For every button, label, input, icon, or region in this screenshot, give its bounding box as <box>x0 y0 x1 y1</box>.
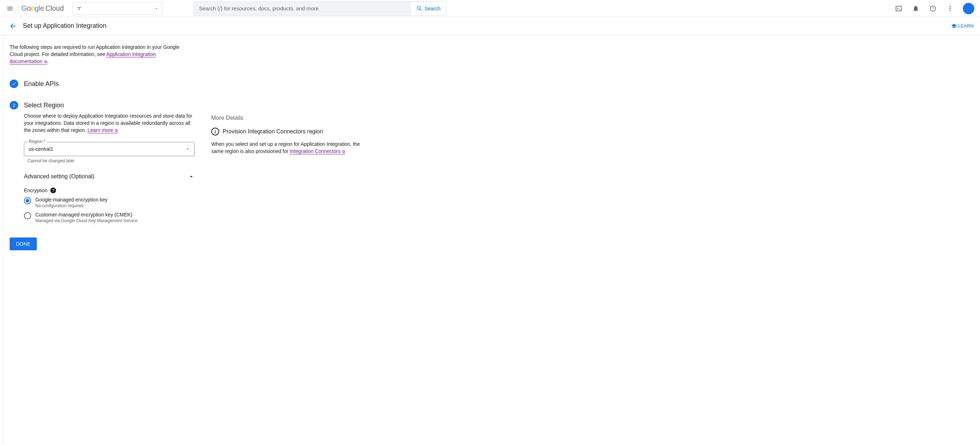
svg-point-5 <box>949 6 950 7</box>
region-helper: Cannot be changed later. <box>27 158 197 163</box>
details-row-title: Provision Integration Connectors region <box>223 128 323 135</box>
radio-cmek-sub: Managed via Google Cloud Key Management … <box>35 218 137 223</box>
region-select[interactable]: us-central1 <box>24 142 194 156</box>
info-icon: i <box>211 128 219 136</box>
svg-point-0 <box>78 7 78 8</box>
google-cloud-logo[interactable]: Google Cloud <box>20 4 65 13</box>
step-2-description: Choose where to deploy Application Integ… <box>24 112 195 134</box>
encryption-option-google[interactable]: Google-managed encryption key No configu… <box>24 197 197 208</box>
logo-cloud: Cloud <box>45 4 64 13</box>
encryption-section-label: Encryption ? <box>24 188 197 193</box>
details-row: i Provision Integration Connectors regio… <box>211 128 368 136</box>
external-link-icon: ⧉ <box>114 128 118 133</box>
done-button[interactable]: DONE <box>10 238 37 250</box>
step-2-number: 2 <box>10 101 18 109</box>
intro-text: The following steps are required to run … <box>10 43 185 65</box>
chevron-up-icon <box>188 173 194 180</box>
page-subheader: Set up Application Integration LEARN <box>0 17 980 35</box>
step-1-check-icon <box>10 79 18 88</box>
learn-link[interactable]: LEARN <box>951 23 974 29</box>
more-icon[interactable] <box>943 2 957 16</box>
back-arrow-icon[interactable] <box>6 20 19 32</box>
advanced-title: Advanced setting (Optional) <box>24 173 94 180</box>
radio-google-managed[interactable] <box>24 197 31 204</box>
learn-more-link[interactable]: Learn more ⧉ <box>88 127 118 133</box>
external-link-icon: ⧉ <box>43 60 47 64</box>
project-picker[interactable] <box>72 2 162 15</box>
project-icon <box>76 6 82 11</box>
radio-cmek[interactable] <box>24 212 31 219</box>
learn-label: LEARN <box>958 23 974 29</box>
external-link-icon: ⧉ <box>341 149 345 154</box>
search-input[interactable]: Search (/) for resources, docs, products… <box>194 2 410 16</box>
region-label: Region * <box>27 139 47 144</box>
help-icon[interactable]: ? <box>926 2 940 16</box>
page-title: Set up Application Integration <box>23 22 107 30</box>
step-2-title: Select Region <box>24 101 64 109</box>
step-connector <box>14 91 14 98</box>
svg-point-1 <box>79 7 80 8</box>
top-header: Google Cloud Search (/) for resources, d… <box>0 0 980 17</box>
details-title: More Details <box>211 115 368 121</box>
svg-point-6 <box>949 8 950 9</box>
svg-text:?: ? <box>932 6 934 10</box>
svg-point-2 <box>78 9 80 10</box>
more-details-panel: More Details i Provision Integration Con… <box>211 115 368 250</box>
step-1-header: Enable APIs <box>10 79 197 88</box>
help-tooltip-icon[interactable]: ? <box>50 188 56 193</box>
logo-google: Google <box>21 4 44 13</box>
hamburger-menu-icon[interactable] <box>3 2 17 16</box>
details-text: When you select and set up a region for … <box>211 141 368 155</box>
svg-point-7 <box>949 10 950 11</box>
avatar[interactable] <box>963 3 974 14</box>
learn-icon <box>951 23 957 29</box>
search-placeholder: Search (/) for resources, docs, products… <box>199 5 319 11</box>
radio-google-label: Google-managed encryption key <box>35 197 107 203</box>
dropdown-caret-icon <box>186 147 190 151</box>
search-button-label: Search <box>425 6 441 11</box>
step-2-header: 2 Select Region <box>10 101 197 109</box>
integration-connectors-link[interactable]: Integration Connectors ⧉ <box>290 148 345 154</box>
region-value: us-central1 <box>29 146 53 152</box>
search-button[interactable]: Search <box>410 2 447 16</box>
encryption-option-cmek[interactable]: Customer-managed encryption key (CMEK) M… <box>24 212 197 223</box>
search-bar: Search (/) for resources, docs, products… <box>194 2 447 16</box>
dropdown-caret-icon <box>154 6 159 11</box>
region-field: Region * us-central1 Cannot be changed l… <box>24 142 197 163</box>
notifications-icon[interactable] <box>908 2 923 16</box>
cloud-shell-icon[interactable] <box>891 2 906 16</box>
step-1-title: Enable APIs <box>24 80 59 88</box>
advanced-settings-toggle[interactable]: Advanced setting (Optional) <box>24 173 194 180</box>
search-icon <box>416 5 423 12</box>
radio-cmek-label: Customer-managed encryption key (CMEK) <box>35 212 137 217</box>
radio-google-sub: No configuration required <box>35 203 107 208</box>
